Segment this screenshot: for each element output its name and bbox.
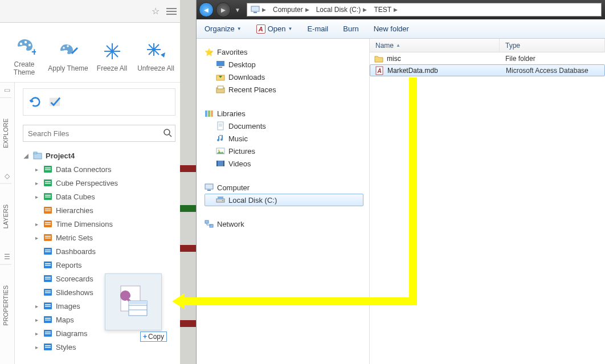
properties-tab[interactable]: PROPERTIES bbox=[0, 264, 11, 346]
bookmark-star-icon[interactable]: ☆ bbox=[152, 6, 160, 17]
tree-item-time-dimensions[interactable]: ▸Time Dimensions bbox=[23, 217, 175, 231]
layers-tab-icon[interactable]: ◇ bbox=[0, 169, 14, 183]
svg-rect-23 bbox=[45, 181, 51, 182]
email-button[interactable]: E-mail bbox=[307, 24, 328, 33]
nav-pictures[interactable]: Pictures bbox=[205, 145, 369, 157]
network-header[interactable]: Network bbox=[205, 218, 369, 230]
nav-local-disk[interactable]: Local Disk (C:) bbox=[205, 194, 363, 206]
tree-item-label: Time Dimensions bbox=[56, 220, 113, 228]
explore-tab-icon[interactable]: ▭ bbox=[0, 83, 14, 97]
tree-item-dashboards[interactable]: Dashboards bbox=[23, 244, 175, 258]
music-icon bbox=[216, 134, 225, 143]
unfreeze-all-button[interactable]: Unfreeze All bbox=[134, 38, 178, 72]
libraries-header[interactable]: Libraries bbox=[205, 107, 369, 120]
collapse-icon[interactable]: ◢ bbox=[23, 153, 30, 159]
expand-icon[interactable]: ▸ bbox=[33, 317, 40, 323]
expand-icon[interactable]: ▸ bbox=[33, 180, 40, 186]
create-theme-label: Create Theme bbox=[3, 60, 46, 76]
project-root[interactable]: ◢ Project4 bbox=[23, 149, 175, 162]
svg-rect-57 bbox=[45, 333, 51, 334]
open-menu[interactable]: AOpen▼ bbox=[256, 24, 293, 34]
nav-desktop[interactable]: Desktop bbox=[205, 58, 369, 71]
tree-item-reports[interactable]: Reports bbox=[23, 258, 175, 272]
svg-rect-35 bbox=[45, 236, 51, 237]
tree-item-label: Maps bbox=[56, 316, 74, 324]
expand-icon[interactable]: ▸ bbox=[33, 235, 40, 241]
tree-item-label: Data Cubes bbox=[56, 193, 95, 201]
svg-rect-26 bbox=[45, 195, 51, 196]
crumb-1[interactable]: Local Disk (C:) bbox=[316, 6, 361, 14]
expand-icon[interactable]: ▸ bbox=[33, 330, 40, 337]
properties-tab-icon[interactable]: ☰ bbox=[0, 250, 14, 264]
apply-theme-button[interactable]: Apply Theme bbox=[47, 38, 90, 72]
plus-icon: + bbox=[143, 333, 147, 341]
search-row bbox=[23, 125, 175, 142]
snowflake-arrow-icon bbox=[145, 40, 167, 63]
hamburger-menu-icon[interactable] bbox=[166, 8, 177, 15]
access-file-icon: A bbox=[375, 66, 384, 75]
nav-documents[interactable]: Documents bbox=[205, 120, 369, 132]
explore-tab[interactable]: EXPLORE bbox=[0, 97, 11, 169]
drag-copy-badge: + Copy bbox=[140, 332, 167, 342]
nav-recent[interactable]: Recent Places bbox=[205, 83, 369, 96]
crumb-2[interactable]: TEST bbox=[374, 6, 391, 14]
vertical-tabs: ▭ EXPLORE ◇ LAYERS ☰ PROPERTIES bbox=[0, 83, 15, 364]
file-type: Microsoft Access Database bbox=[500, 67, 604, 75]
svg-rect-24 bbox=[45, 183, 51, 184]
organize-menu[interactable]: Organize▼ bbox=[205, 24, 242, 33]
svg-rect-30 bbox=[45, 210, 51, 211]
layers-tab[interactable]: LAYERS bbox=[0, 183, 11, 250]
expand-icon[interactable]: ▸ bbox=[33, 221, 40, 227]
drag-ghost-preview bbox=[105, 273, 162, 330]
annotation-arrow-vertical bbox=[409, 77, 417, 305]
recent-icon bbox=[216, 85, 225, 94]
back-button[interactable]: ◄ bbox=[199, 2, 214, 17]
svg-rect-88 bbox=[218, 197, 223, 199]
svg-rect-42 bbox=[45, 265, 51, 266]
nav-music[interactable]: Music bbox=[205, 132, 369, 145]
crumb-0[interactable]: Computer bbox=[273, 6, 303, 14]
forward-button[interactable]: ► bbox=[216, 2, 231, 17]
file-row[interactable]: miscFile folder bbox=[370, 52, 605, 64]
file-type: File folder bbox=[500, 55, 605, 63]
expand-icon[interactable]: ▸ bbox=[33, 166, 40, 173]
favorites-header[interactable]: ⭐Favorites bbox=[205, 46, 369, 58]
freeze-all-button[interactable]: Freeze All bbox=[91, 38, 134, 72]
create-theme-button[interactable]: + Create Theme bbox=[3, 34, 46, 76]
nav-downloads[interactable]: Downloads bbox=[205, 71, 369, 83]
folder-icon bbox=[374, 54, 383, 63]
checkmark-icon[interactable] bbox=[48, 96, 61, 108]
svg-rect-60 bbox=[45, 347, 51, 348]
nav-videos[interactable]: Videos bbox=[205, 157, 369, 170]
tree-item-hierarchies[interactable]: Hierarchies bbox=[23, 203, 175, 217]
expand-icon[interactable]: ▸ bbox=[33, 344, 40, 350]
theme-toolbar: + Create Theme Apply Theme Freeze All Un… bbox=[0, 23, 180, 83]
column-type[interactable]: Type bbox=[500, 39, 605, 52]
tree-item-metric-sets[interactable]: ▸Metric Sets bbox=[23, 231, 175, 244]
tree-item-data-cubes[interactable]: ▸Data Cubes bbox=[23, 190, 175, 203]
refresh-icon[interactable] bbox=[29, 96, 42, 108]
tree-item-data-connectors[interactable]: ▸Data Connectors bbox=[23, 162, 175, 176]
computer-header[interactable]: Computer bbox=[205, 181, 369, 194]
category-icon bbox=[43, 165, 52, 174]
svg-line-16 bbox=[169, 134, 171, 137]
svg-rect-83 bbox=[223, 161, 224, 166]
tree-item-label: Styles bbox=[56, 343, 76, 351]
libraries-icon bbox=[205, 109, 214, 118]
new-folder-button[interactable]: New folder bbox=[374, 24, 409, 33]
address-bar[interactable]: ▶ Computer▶ Local Disk (C:)▶ TEST▶ bbox=[247, 3, 602, 17]
search-input[interactable] bbox=[23, 125, 175, 142]
burn-button[interactable]: Burn bbox=[343, 24, 358, 33]
explorer-body: ⭐Favorites Desktop Downloads Recent Plac… bbox=[197, 39, 605, 364]
documents-icon bbox=[216, 121, 225, 130]
tree-item-styles[interactable]: ▸Styles bbox=[23, 340, 175, 354]
file-row[interactable]: AMarketData.mdbMicrosoft Access Database bbox=[370, 64, 605, 76]
column-name[interactable]: Name▲ bbox=[370, 39, 500, 52]
search-icon[interactable] bbox=[163, 128, 172, 137]
svg-point-15 bbox=[164, 129, 170, 135]
expand-icon[interactable]: ▸ bbox=[33, 194, 40, 200]
expand-icon[interactable]: ▸ bbox=[33, 303, 40, 309]
history-dropdown-icon[interactable]: ▼ bbox=[233, 7, 242, 13]
tree-item-cube-perspectives[interactable]: ▸Cube Perspectives bbox=[23, 176, 175, 190]
svg-rect-27 bbox=[45, 197, 51, 198]
